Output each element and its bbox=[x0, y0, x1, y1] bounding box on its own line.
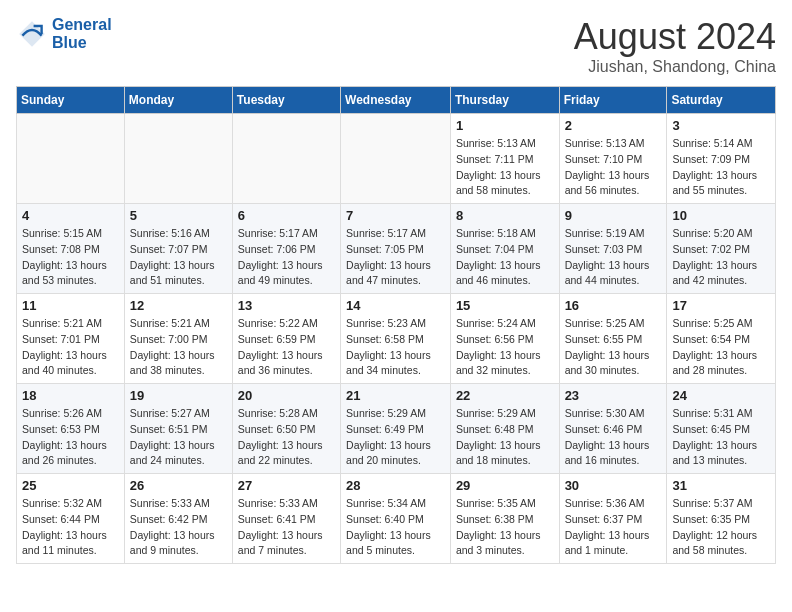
table-row: 25Sunrise: 5:32 AM Sunset: 6:44 PM Dayli… bbox=[17, 474, 125, 564]
header-saturday: Saturday bbox=[667, 87, 776, 114]
day-info: Sunrise: 5:27 AM Sunset: 6:51 PM Dayligh… bbox=[130, 406, 227, 469]
logo: General Blue bbox=[16, 16, 112, 52]
day-number: 10 bbox=[672, 208, 770, 223]
calendar-row-4: 18Sunrise: 5:26 AM Sunset: 6:53 PM Dayli… bbox=[17, 384, 776, 474]
table-row: 29Sunrise: 5:35 AM Sunset: 6:38 PM Dayli… bbox=[450, 474, 559, 564]
day-info: Sunrise: 5:29 AM Sunset: 6:49 PM Dayligh… bbox=[346, 406, 445, 469]
day-number: 19 bbox=[130, 388, 227, 403]
day-number: 31 bbox=[672, 478, 770, 493]
day-info: Sunrise: 5:28 AM Sunset: 6:50 PM Dayligh… bbox=[238, 406, 335, 469]
table-row: 28Sunrise: 5:34 AM Sunset: 6:40 PM Dayli… bbox=[341, 474, 451, 564]
day-number: 2 bbox=[565, 118, 662, 133]
day-info: Sunrise: 5:26 AM Sunset: 6:53 PM Dayligh… bbox=[22, 406, 119, 469]
day-info: Sunrise: 5:14 AM Sunset: 7:09 PM Dayligh… bbox=[672, 136, 770, 199]
day-number: 24 bbox=[672, 388, 770, 403]
day-number: 28 bbox=[346, 478, 445, 493]
header-tuesday: Tuesday bbox=[232, 87, 340, 114]
table-row: 5Sunrise: 5:16 AM Sunset: 7:07 PM Daylig… bbox=[124, 204, 232, 294]
day-number: 25 bbox=[22, 478, 119, 493]
logo-icon bbox=[16, 18, 48, 50]
calendar-table: Sunday Monday Tuesday Wednesday Thursday… bbox=[16, 86, 776, 564]
day-number: 16 bbox=[565, 298, 662, 313]
day-number: 26 bbox=[130, 478, 227, 493]
day-info: Sunrise: 5:35 AM Sunset: 6:38 PM Dayligh… bbox=[456, 496, 554, 559]
table-row: 16Sunrise: 5:25 AM Sunset: 6:55 PM Dayli… bbox=[559, 294, 667, 384]
calendar-row-2: 4Sunrise: 5:15 AM Sunset: 7:08 PM Daylig… bbox=[17, 204, 776, 294]
day-info: Sunrise: 5:18 AM Sunset: 7:04 PM Dayligh… bbox=[456, 226, 554, 289]
location-subtitle: Jiushan, Shandong, China bbox=[574, 58, 776, 76]
day-info: Sunrise: 5:30 AM Sunset: 6:46 PM Dayligh… bbox=[565, 406, 662, 469]
table-row: 1Sunrise: 5:13 AM Sunset: 7:11 PM Daylig… bbox=[450, 114, 559, 204]
day-info: Sunrise: 5:32 AM Sunset: 6:44 PM Dayligh… bbox=[22, 496, 119, 559]
day-number: 6 bbox=[238, 208, 335, 223]
calendar-row-5: 25Sunrise: 5:32 AM Sunset: 6:44 PM Dayli… bbox=[17, 474, 776, 564]
table-row: 15Sunrise: 5:24 AM Sunset: 6:56 PM Dayli… bbox=[450, 294, 559, 384]
page-header: General Blue August 2024 Jiushan, Shando… bbox=[16, 16, 776, 76]
calendar-row-1: 1Sunrise: 5:13 AM Sunset: 7:11 PM Daylig… bbox=[17, 114, 776, 204]
day-info: Sunrise: 5:17 AM Sunset: 7:06 PM Dayligh… bbox=[238, 226, 335, 289]
table-row bbox=[232, 114, 340, 204]
table-row: 10Sunrise: 5:20 AM Sunset: 7:02 PM Dayli… bbox=[667, 204, 776, 294]
table-row bbox=[17, 114, 125, 204]
header-wednesday: Wednesday bbox=[341, 87, 451, 114]
day-info: Sunrise: 5:21 AM Sunset: 7:00 PM Dayligh… bbox=[130, 316, 227, 379]
day-number: 5 bbox=[130, 208, 227, 223]
day-number: 4 bbox=[22, 208, 119, 223]
day-number: 8 bbox=[456, 208, 554, 223]
table-row: 17Sunrise: 5:25 AM Sunset: 6:54 PM Dayli… bbox=[667, 294, 776, 384]
day-info: Sunrise: 5:22 AM Sunset: 6:59 PM Dayligh… bbox=[238, 316, 335, 379]
day-number: 3 bbox=[672, 118, 770, 133]
day-number: 21 bbox=[346, 388, 445, 403]
day-info: Sunrise: 5:24 AM Sunset: 6:56 PM Dayligh… bbox=[456, 316, 554, 379]
table-row bbox=[341, 114, 451, 204]
day-info: Sunrise: 5:25 AM Sunset: 6:55 PM Dayligh… bbox=[565, 316, 662, 379]
day-info: Sunrise: 5:37 AM Sunset: 6:35 PM Dayligh… bbox=[672, 496, 770, 559]
day-info: Sunrise: 5:33 AM Sunset: 6:42 PM Dayligh… bbox=[130, 496, 227, 559]
day-number: 14 bbox=[346, 298, 445, 313]
day-info: Sunrise: 5:21 AM Sunset: 7:01 PM Dayligh… bbox=[22, 316, 119, 379]
day-info: Sunrise: 5:25 AM Sunset: 6:54 PM Dayligh… bbox=[672, 316, 770, 379]
table-row: 18Sunrise: 5:26 AM Sunset: 6:53 PM Dayli… bbox=[17, 384, 125, 474]
table-row: 14Sunrise: 5:23 AM Sunset: 6:58 PM Dayli… bbox=[341, 294, 451, 384]
day-number: 11 bbox=[22, 298, 119, 313]
day-number: 7 bbox=[346, 208, 445, 223]
day-number: 27 bbox=[238, 478, 335, 493]
table-row: 21Sunrise: 5:29 AM Sunset: 6:49 PM Dayli… bbox=[341, 384, 451, 474]
day-number: 9 bbox=[565, 208, 662, 223]
logo-text-line2: Blue bbox=[52, 34, 112, 52]
calendar-title-area: August 2024 Jiushan, Shandong, China bbox=[574, 16, 776, 76]
month-year-title: August 2024 bbox=[574, 16, 776, 58]
table-row: 6Sunrise: 5:17 AM Sunset: 7:06 PM Daylig… bbox=[232, 204, 340, 294]
day-number: 18 bbox=[22, 388, 119, 403]
calendar-header-row: Sunday Monday Tuesday Wednesday Thursday… bbox=[17, 87, 776, 114]
table-row: 8Sunrise: 5:18 AM Sunset: 7:04 PM Daylig… bbox=[450, 204, 559, 294]
day-number: 29 bbox=[456, 478, 554, 493]
day-info: Sunrise: 5:31 AM Sunset: 6:45 PM Dayligh… bbox=[672, 406, 770, 469]
day-info: Sunrise: 5:17 AM Sunset: 7:05 PM Dayligh… bbox=[346, 226, 445, 289]
table-row: 3Sunrise: 5:14 AM Sunset: 7:09 PM Daylig… bbox=[667, 114, 776, 204]
day-number: 22 bbox=[456, 388, 554, 403]
table-row: 20Sunrise: 5:28 AM Sunset: 6:50 PM Dayli… bbox=[232, 384, 340, 474]
table-row: 19Sunrise: 5:27 AM Sunset: 6:51 PM Dayli… bbox=[124, 384, 232, 474]
table-row: 31Sunrise: 5:37 AM Sunset: 6:35 PM Dayli… bbox=[667, 474, 776, 564]
day-info: Sunrise: 5:15 AM Sunset: 7:08 PM Dayligh… bbox=[22, 226, 119, 289]
day-info: Sunrise: 5:34 AM Sunset: 6:40 PM Dayligh… bbox=[346, 496, 445, 559]
calendar-row-3: 11Sunrise: 5:21 AM Sunset: 7:01 PM Dayli… bbox=[17, 294, 776, 384]
table-row: 7Sunrise: 5:17 AM Sunset: 7:05 PM Daylig… bbox=[341, 204, 451, 294]
day-info: Sunrise: 5:16 AM Sunset: 7:07 PM Dayligh… bbox=[130, 226, 227, 289]
header-thursday: Thursday bbox=[450, 87, 559, 114]
table-row: 9Sunrise: 5:19 AM Sunset: 7:03 PM Daylig… bbox=[559, 204, 667, 294]
day-info: Sunrise: 5:13 AM Sunset: 7:10 PM Dayligh… bbox=[565, 136, 662, 199]
day-number: 23 bbox=[565, 388, 662, 403]
table-row bbox=[124, 114, 232, 204]
day-number: 13 bbox=[238, 298, 335, 313]
day-number: 30 bbox=[565, 478, 662, 493]
table-row: 30Sunrise: 5:36 AM Sunset: 6:37 PM Dayli… bbox=[559, 474, 667, 564]
day-number: 12 bbox=[130, 298, 227, 313]
day-info: Sunrise: 5:36 AM Sunset: 6:37 PM Dayligh… bbox=[565, 496, 662, 559]
header-sunday: Sunday bbox=[17, 87, 125, 114]
day-info: Sunrise: 5:23 AM Sunset: 6:58 PM Dayligh… bbox=[346, 316, 445, 379]
day-info: Sunrise: 5:19 AM Sunset: 7:03 PM Dayligh… bbox=[565, 226, 662, 289]
day-info: Sunrise: 5:29 AM Sunset: 6:48 PM Dayligh… bbox=[456, 406, 554, 469]
table-row: 2Sunrise: 5:13 AM Sunset: 7:10 PM Daylig… bbox=[559, 114, 667, 204]
